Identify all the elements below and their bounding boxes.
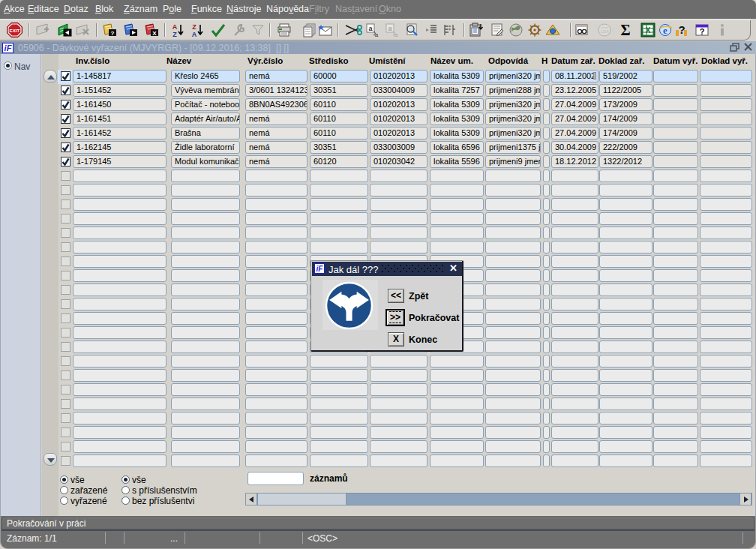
svg-text:A: A xyxy=(172,23,178,31)
svg-text:a: a xyxy=(394,32,398,38)
svg-text:Z: Z xyxy=(172,31,177,38)
svg-text:?: ? xyxy=(678,23,685,36)
svg-text:X: X xyxy=(152,30,157,37)
svg-text:1314: 1314 xyxy=(600,29,608,34)
svg-text:?: ? xyxy=(111,30,115,37)
svg-text:EXIT: EXIT xyxy=(10,28,20,33)
svg-text:X: X xyxy=(646,26,651,34)
svg-text:A: A xyxy=(192,31,197,38)
svg-text:a: a xyxy=(375,32,379,38)
svg-text:?: ? xyxy=(700,27,705,36)
svg-text:Z: Z xyxy=(192,23,196,31)
svg-text:Σ: Σ xyxy=(620,22,630,38)
